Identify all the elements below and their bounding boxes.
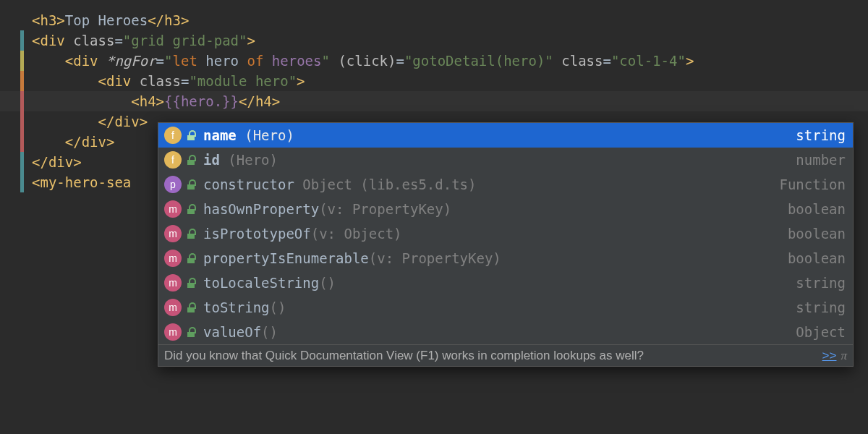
- completion-hint: (Hero): [237, 125, 294, 145]
- completion-label: hasOwnProperty: [203, 199, 319, 219]
- completion-label: valueOf: [203, 322, 261, 342]
- gutter-change-marker: [20, 51, 24, 71]
- lock-icon: [186, 155, 196, 165]
- kind-icon: m: [164, 225, 182, 242]
- completion-label: propertyIsEnumerable: [203, 248, 369, 268]
- gutter-change-marker: [20, 30, 24, 51]
- completion-hint: (Hero): [220, 150, 278, 170]
- kind-icon: m: [164, 200, 182, 218]
- completion-type: boolean: [788, 224, 846, 244]
- gutter-change-marker: [20, 152, 24, 192]
- completion-hint: (v: Object): [311, 224, 402, 244]
- completion-type: string: [796, 297, 846, 318]
- completion-item[interactable]: mpropertyIsEnumerable(v: PropertyKey)boo…: [158, 246, 853, 271]
- completion-hintbar: Did you know that Quick Documentation Vi…: [158, 344, 853, 366]
- completion-label: toLocaleString: [203, 273, 319, 293]
- completion-item[interactable]: fname (Hero)string: [158, 123, 853, 148]
- completion-label: isPrototypeOf: [203, 224, 311, 244]
- completion-type: number: [796, 150, 846, 170]
- completion-hint: (): [270, 297, 286, 318]
- completion-item[interactable]: mtoString()string: [158, 295, 853, 320]
- hintbar-text: Did you know that Quick Documentation Vi…: [164, 346, 644, 366]
- completion-hint: (v: PropertyKey): [319, 199, 451, 219]
- kind-icon: p: [164, 176, 182, 193]
- completion-label: name: [203, 125, 237, 145]
- completion-item[interactable]: misPrototypeOf(v: Object)boolean: [158, 221, 853, 246]
- kind-icon: m: [164, 250, 182, 267]
- editor-viewport: <h3>Top Heroes</h3><div class="grid grid…: [0, 0, 868, 434]
- completion-type: Object: [796, 322, 846, 342]
- completion-popup[interactable]: fname (Hero)stringfid (Hero)numberpconst…: [158, 122, 854, 367]
- lock-icon: [186, 253, 196, 263]
- completion-item[interactable]: mvalueOf()Object: [158, 320, 853, 344]
- lock-icon: [186, 278, 196, 288]
- completion-label: constructor: [203, 174, 294, 195]
- kind-icon: m: [164, 274, 182, 292]
- hintbar-more-link[interactable]: >>: [822, 346, 837, 366]
- completion-label: toString: [203, 297, 270, 318]
- gutter-change-marker: [20, 71, 24, 91]
- completion-hint: Object (lib.es5.d.ts): [294, 174, 477, 195]
- lock-icon: [186, 229, 196, 239]
- completion-hint: (): [261, 322, 278, 342]
- pi-icon: π: [841, 346, 847, 366]
- completion-type: string: [796, 125, 846, 145]
- kind-icon: m: [164, 323, 182, 341]
- lock-icon: [186, 130, 196, 140]
- completion-label: id: [203, 150, 220, 170]
- completion-hint: (): [319, 273, 336, 293]
- kind-icon: f: [164, 151, 182, 169]
- completion-list[interactable]: fname (Hero)stringfid (Hero)numberpconst…: [158, 123, 853, 344]
- completion-item[interactable]: fid (Hero)number: [158, 148, 853, 172]
- completion-hint: (v: PropertyKey): [369, 248, 501, 268]
- completion-type: Function: [779, 174, 846, 195]
- lock-icon: [186, 302, 196, 312]
- completion-item[interactable]: mhasOwnProperty(v: PropertyKey)boolean: [158, 197, 853, 221]
- completion-item[interactable]: mtoLocaleString()string: [158, 271, 853, 295]
- lock-icon: [186, 327, 196, 337]
- kind-icon: f: [164, 127, 182, 144]
- completion-type: boolean: [788, 199, 846, 219]
- gutter-change-marker: [20, 91, 24, 152]
- completion-type: string: [796, 273, 846, 293]
- completion-type: boolean: [788, 248, 846, 268]
- completion-item[interactable]: pconstructor Object (lib.es5.d.ts)Functi…: [158, 172, 853, 197]
- kind-icon: m: [164, 299, 182, 316]
- lock-icon: [186, 179, 196, 190]
- lock-icon: [186, 204, 196, 214]
